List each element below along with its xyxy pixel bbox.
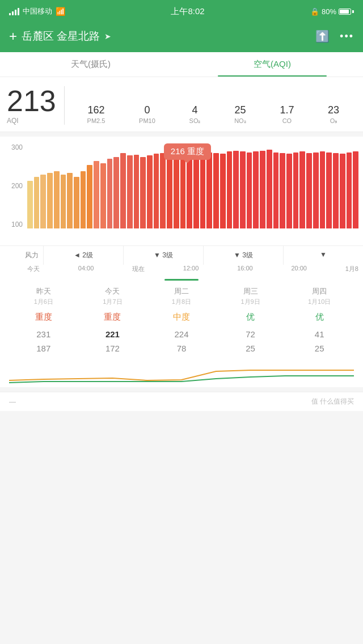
high-1: 221 [78,329,147,339]
day-col-2: 周二 1月8日 [147,286,216,306]
metric-co: 1.7 CO [280,104,294,125]
lock-icon: 🔒 [310,7,319,16]
chart-bar [306,153,312,228]
wifi-icon: 📶 [56,7,65,16]
chart-bar [107,159,113,228]
chart-bar [286,154,292,228]
wind-segments: ◄ 2级 ▼ 3级 ▼ 3级 ▼ [43,246,363,265]
status-2: 中度 [147,312,216,323]
aqi-value: 213 [7,86,56,116]
low-1: 172 [78,344,147,353]
chart-bar [47,173,53,228]
low-2: 78 [147,344,216,353]
header-right: ⬆️ ••• [315,29,354,43]
metric-pm10: 0 PM10 [139,104,155,125]
battery-icon [339,9,354,15]
chart-bar [74,177,79,228]
metric-so2: 4 SO₂ [189,104,201,125]
chart-bar [206,152,212,228]
chart-bar [134,155,140,228]
chart-bar [247,152,252,228]
chart-bar [253,151,259,228]
more-button[interactable]: ••• [340,31,354,43]
wind-seg-1: ▼ 3级 [123,246,203,265]
chart-section: 300 200 100 216 重度 风力 ◄ 2级 ▼ 3级 ▼ 3级 ▼ 今… [0,137,363,276]
chart-bar [140,157,146,228]
x-label-6: 1月8 [345,265,358,273]
chart-bar [347,152,352,228]
wind-label: 风力 [0,246,43,265]
chart-bar [160,153,166,228]
day-col-1: 今天 1月7日 [78,286,147,306]
aqi-stats-row: 213 AQI 162 PM2.5 0 PM10 4 SO₂ 25 NO₂ 1.… [0,77,363,132]
header: + 岳麓区 金星北路 ➤ ⬆️ ••• [0,23,363,52]
bottom-bar: — 值 什么值得买 [0,392,363,411]
x-label-0: 今天 [27,265,40,273]
chart-bar [320,151,326,228]
day-col-3: 周三 1月9日 [216,286,285,306]
daily-numbers-low: 187 172 78 25 25 [0,342,363,359]
chart-bar [299,151,305,228]
chart-bar [273,152,279,228]
status-right: 🔒 80% [310,7,354,16]
chart-bar [260,151,265,228]
tab-weather[interactable]: 天气(摄氏) [0,52,182,77]
chart-bar [313,152,319,228]
x-label-1: 04:00 [78,265,94,273]
chart-y-labels: 300 200 100 [5,143,25,228]
chart-tooltip: 216 重度 [164,143,211,160]
chart-bar [227,151,233,228]
daily-forecast: 昨天 1月6日 今天 1月7日 周二 1月8日 周三 1月9日 周四 1月10日… [0,281,363,387]
high-3: 72 [216,329,285,339]
signal-icon [9,8,19,15]
location-arrow-icon: ➤ [104,32,111,41]
aqi-metrics: 162 PM2.5 0 PM10 4 SO₂ 25 NO₂ 1.7 CO 23 … [70,104,356,125]
high-0: 231 [9,329,78,339]
wind-seg-2: ▼ 3级 [203,246,283,265]
time-label: 上午8:02 [171,6,204,17]
chart-bar [94,161,99,228]
chart-bar [54,171,60,228]
bottom-left: — [9,398,16,406]
timeline-indicator [0,276,363,281]
chart-bar [267,150,272,228]
battery-percentage: 80% [322,7,336,16]
wind-row: 风力 ◄ 2级 ▼ 3级 ▼ 3级 ▼ [0,245,363,265]
y-label-200: 200 [5,182,25,190]
chart-bar [87,165,92,228]
y-label-100: 100 [5,221,25,228]
chart-bar [293,152,299,228]
location-label: 岳麓区 金星北路 [22,29,100,44]
daily-header: 昨天 1月6日 今天 1月7日 周二 1月8日 周三 1月9日 周四 1月10日 [0,281,363,308]
chart-bar [34,177,40,228]
chart-bar [167,152,172,228]
chart-bar [61,175,66,228]
x-label-5: 20:00 [291,265,307,273]
chart-bar [180,153,186,228]
chart-bar [174,151,179,228]
aqi-main: 213 AQI [7,86,65,125]
chart-bar [187,152,192,228]
share-button[interactable]: ⬆️ [315,29,330,43]
day-col-0: 昨天 1月6日 [9,286,78,306]
chart-bar [40,175,46,228]
chart-bar [200,151,206,228]
tab-aqi[interactable]: 空气(AQI) [182,52,363,77]
chart-bar [340,154,345,228]
x-label-2: 现在 [132,265,145,273]
status-left: 中国移动 📶 [9,6,65,16]
status-3: 优 [216,312,285,323]
header-left: + 岳麓区 金星北路 ➤ [9,28,111,44]
chart-bar [326,152,332,228]
chart-bar [100,163,106,228]
status-4: 优 [285,312,354,323]
status-bar: 中国移动 📶 上午8:02 🔒 80% [0,0,363,23]
add-location-button[interactable]: + [9,28,17,44]
aqi-label: AQI [7,117,19,125]
metric-no2: 25 NO₂ [234,104,246,125]
status-1: 重度 [78,312,147,323]
low-4: 25 [285,344,354,353]
chart-bar [280,153,285,228]
bottom-right: 值 什么值得买 [311,397,354,406]
status-0: 重度 [9,312,78,323]
